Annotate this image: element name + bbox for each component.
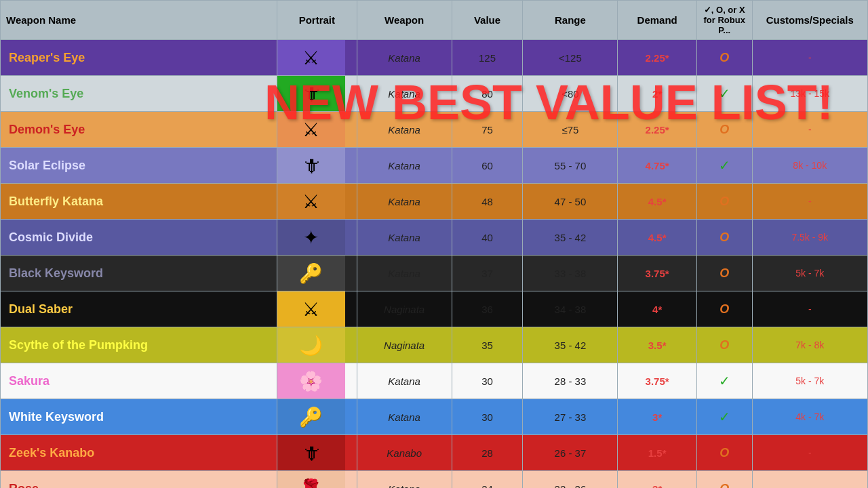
- demand-cell: 4*: [618, 291, 697, 327]
- portrait-cell: ⚔: [277, 112, 357, 148]
- header-row: Weapon Name Portrait Weapon Value Range …: [1, 1, 868, 40]
- value-cell: 80: [452, 76, 523, 112]
- col-robux: ✓, O, or X for Robux P...: [696, 1, 752, 40]
- range-cell: 27 - 33: [523, 399, 618, 435]
- circle-o-icon: O: [719, 266, 729, 280]
- demand-cell: 2*: [618, 76, 697, 112]
- portrait-cell: 🗡: [277, 148, 357, 184]
- weapon-name-cell: Scythe of the Pumpking: [1, 327, 277, 363]
- weapon-name-cell: Solar Eclipse: [1, 148, 277, 184]
- range-cell: 22 - 26: [523, 471, 618, 489]
- value-cell: 75: [452, 112, 523, 148]
- col-range: Range: [523, 1, 618, 40]
- robux-check-cell: ✓: [696, 399, 752, 435]
- col-value: Value: [452, 1, 523, 40]
- demand-cell: 2.25*: [618, 40, 697, 76]
- weapon-name-cell: Demon's Eye: [1, 112, 277, 148]
- demand-cell: 4.75*: [618, 148, 697, 184]
- weapon-type-cell: Katana: [357, 256, 452, 291]
- value-cell: 37: [452, 256, 523, 291]
- value-cell: 24: [452, 471, 523, 489]
- robux-check-cell: ✓: [696, 76, 752, 112]
- col-portrait: Portrait: [277, 1, 357, 40]
- weapon-name-cell: Black Keysword: [1, 256, 277, 291]
- demand-cell: 2.25*: [618, 112, 697, 148]
- demand-cell: 3.5*: [618, 327, 697, 363]
- weapon-type-cell: Katana: [357, 220, 452, 256]
- portrait-cell: 🔑: [277, 256, 357, 291]
- customs-cell: 13k - 15k: [752, 76, 867, 112]
- customs-cell: -: [752, 40, 867, 76]
- check-icon: ✓: [719, 158, 730, 173]
- customs-cell: -: [752, 112, 867, 148]
- circle-o-icon: O: [719, 51, 729, 64]
- weapon-name-cell: Dual Saber: [1, 291, 277, 327]
- customs-cell: -: [752, 435, 867, 471]
- table-row: Reaper's Eye⚔Katana125<1252.25*O-: [1, 40, 868, 76]
- portrait-cell: 🌙: [277, 327, 357, 363]
- portrait-cell: 🌸: [277, 363, 357, 399]
- demand-cell: 4.5*: [618, 220, 697, 256]
- weapon-name-cell: Zeek's Kanabo: [1, 435, 277, 471]
- page-container: Weapon Name Portrait Weapon Value Range …: [0, 0, 868, 488]
- table-row: White Keysword🔑Katana3027 - 333*✓4k - 7k: [1, 399, 868, 435]
- table-row: Butterfly Katana⚔Katana4847 - 504.5*O-: [1, 184, 868, 220]
- robux-check-cell: O: [696, 184, 752, 220]
- weapon-name-cell: Cosmic Divide: [1, 220, 277, 256]
- value-cell: 48: [452, 184, 523, 220]
- portrait-cell: 🗡: [277, 76, 357, 112]
- robux-check-cell: O: [696, 40, 752, 76]
- weapon-name-cell: Sakura: [1, 363, 277, 399]
- customs-cell: 5k - 7k: [752, 256, 867, 291]
- col-weapon-name: Weapon Name: [1, 1, 277, 40]
- table-row: Venom's Eye🗡Katana80<802*✓13k - 15k: [1, 76, 868, 112]
- table-row: Demon's Eye⚔Katana75≤752.25*O-: [1, 112, 868, 148]
- weapon-type-cell: Katana: [357, 184, 452, 220]
- range-cell: 47 - 50: [523, 184, 618, 220]
- weapon-name-cell: Rose: [1, 471, 277, 489]
- table-row: Rose🌹Katana2422 - 263*O-: [1, 471, 868, 489]
- weapon-type-cell: Katana: [357, 471, 452, 489]
- range-cell: 55 - 70: [523, 148, 618, 184]
- range-cell: 26 - 37: [523, 435, 618, 471]
- portrait-cell: ✦: [277, 220, 357, 256]
- col-customs: Customs/Specials: [752, 1, 867, 40]
- circle-o-icon: O: [719, 123, 729, 136]
- weapon-type-cell: Kanabo: [357, 435, 452, 471]
- range-cell: ≤75: [523, 112, 618, 148]
- table-row: Dual Saber⚔Naginata3634 - 384*O-: [1, 291, 868, 327]
- circle-o-icon: O: [719, 482, 729, 489]
- demand-cell: 3*: [618, 399, 697, 435]
- circle-o-icon: O: [719, 195, 729, 208]
- weapon-name-cell: Reaper's Eye: [1, 40, 277, 76]
- value-cell: 60: [452, 148, 523, 184]
- customs-cell: -: [752, 291, 867, 327]
- col-demand: Demand: [618, 1, 697, 40]
- weapon-type-cell: Katana: [357, 148, 452, 184]
- robux-check-cell: O: [696, 327, 752, 363]
- range-cell: 35 - 42: [523, 327, 618, 363]
- check-icon: ✓: [719, 86, 730, 101]
- table-row: Scythe of the Pumpking🌙Naginata3535 - 42…: [1, 327, 868, 363]
- portrait-cell: ⚔: [277, 184, 357, 220]
- weapon-type-cell: Naginata: [357, 291, 452, 327]
- value-cell: 28: [452, 435, 523, 471]
- table-row: Zeek's Kanabo🗡Kanabo2826 - 371.5*O-: [1, 435, 868, 471]
- portrait-cell: 🗡: [277, 435, 357, 471]
- demand-cell: 3.75*: [618, 363, 697, 399]
- circle-o-icon: O: [719, 230, 729, 244]
- portrait-cell: 🌹: [277, 471, 357, 489]
- demand-cell: 4.5*: [618, 184, 697, 220]
- customs-cell: 5k - 7k: [752, 363, 867, 399]
- value-cell: 125: [452, 40, 523, 76]
- robux-check-cell: ✓: [696, 148, 752, 184]
- robux-check-cell: O: [696, 435, 752, 471]
- value-cell: 40: [452, 220, 523, 256]
- robux-check-cell: O: [696, 112, 752, 148]
- circle-o-icon: O: [719, 446, 729, 460]
- check-icon: ✓: [719, 409, 730, 424]
- robux-check-cell: O: [696, 471, 752, 489]
- customs-cell: 7k - 8k: [752, 327, 867, 363]
- portrait-cell: ⚔: [277, 291, 357, 327]
- customs-cell: -: [752, 471, 867, 489]
